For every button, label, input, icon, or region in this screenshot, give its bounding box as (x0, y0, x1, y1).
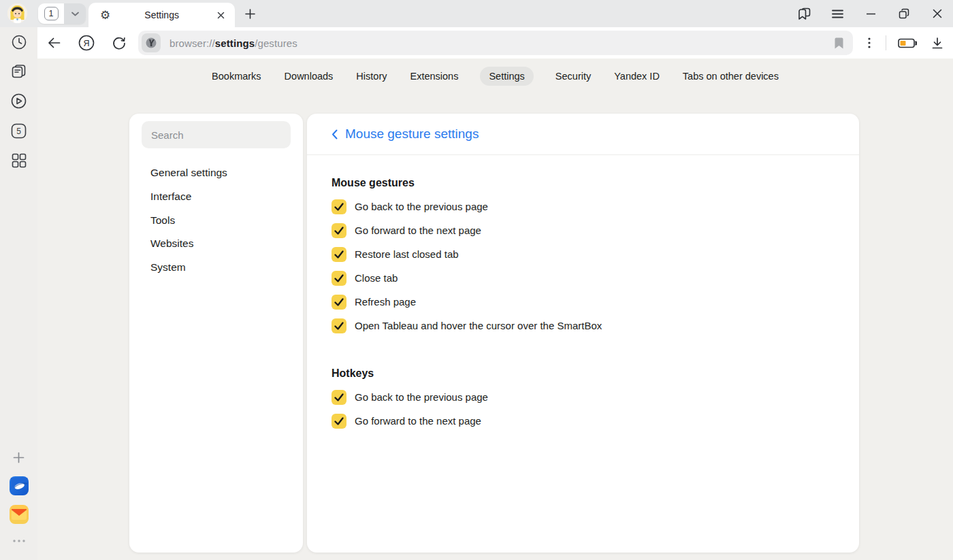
close-icon (933, 9, 942, 18)
gesture-option-restore-tab[interactable]: Restore last closed tab (332, 242, 835, 266)
svg-text:Я: Я (83, 39, 89, 48)
section-gap (332, 337, 835, 361)
tab-count-pill[interactable]: 1 (38, 3, 86, 24)
checkbox-checked[interactable] (332, 247, 346, 262)
search-input[interactable] (142, 121, 291, 148)
hotkey-option-go-forward[interactable]: Go forward to the next page (332, 409, 835, 433)
new-tab-button[interactable] (242, 6, 257, 21)
option-label: Go back to the previous page (355, 391, 488, 403)
gesture-option-open-tableau[interactable]: Open Tableau and hover the cursor over t… (332, 314, 835, 337)
nav-yandex-id[interactable]: Yandex ID (613, 67, 661, 86)
option-label: Go forward to the next page (355, 225, 481, 236)
checkbox-checked[interactable] (332, 199, 346, 214)
page-title: Mouse gesture settings (345, 127, 479, 142)
history-button[interactable] (7, 30, 31, 54)
ellipsis-icon (13, 540, 25, 542)
address-bar[interactable]: browser://settings/gestures (138, 31, 853, 55)
browser-tab-settings[interactable]: ⚙ Settings (88, 3, 235, 27)
bookmark-page-button[interactable] (835, 37, 843, 49)
nav-tabs-other-devices[interactable]: Tabs on other devices (681, 67, 780, 86)
tab-count[interactable]: 1 (38, 3, 64, 24)
sidebar-item-interface[interactable]: Interface (129, 185, 303, 209)
yandex-mail-icon (10, 505, 29, 524)
clock-icon (12, 35, 27, 50)
gesture-option-go-back[interactable]: Go back to the previous page (332, 195, 835, 218)
plus-icon (245, 9, 255, 19)
rail-more-button[interactable] (7, 529, 31, 553)
option-label: Refresh page (355, 296, 416, 308)
sidebar-item-tools[interactable]: Tools (129, 208, 303, 232)
option-label: Open Tableau and hover the cursor over t… (355, 320, 602, 331)
nav-bookmarks[interactable]: Bookmarks (210, 67, 263, 86)
hotkey-option-go-back[interactable]: Go back to the previous page (332, 385, 835, 409)
add-panel-button[interactable] (7, 445, 31, 470)
bookmarks-panel-button[interactable] (796, 6, 811, 21)
option-label: Close tab (355, 272, 398, 284)
rail-bottom-icons (0, 445, 37, 553)
tableau-button[interactable]: 5 (7, 118, 31, 143)
avatar-girl-icon (7, 3, 27, 23)
reload-icon (112, 36, 126, 50)
bookmarks-panel-icon (798, 7, 811, 20)
nav-extensions[interactable]: Extensions (408, 67, 459, 86)
tab-list-dropdown[interactable] (64, 3, 86, 24)
settings-nav: Bookmarks Downloads History Extensions S… (37, 67, 953, 86)
checkbox-checked[interactable] (332, 295, 346, 310)
nav-history[interactable]: History (355, 67, 388, 86)
yandex-mail-button[interactable] (7, 502, 31, 527)
downloads-button[interactable] (926, 31, 949, 54)
checkbox-checked[interactable] (332, 414, 346, 429)
reload-button[interactable] (108, 31, 131, 54)
nav-downloads[interactable]: Downloads (283, 67, 335, 86)
url-text[interactable]: browser://settings/gestures (169, 37, 835, 49)
nav-security[interactable]: Security (554, 67, 592, 86)
gesture-option-refresh-page[interactable]: Refresh page (332, 290, 835, 314)
sidebar-item-general-settings[interactable]: General settings (129, 161, 303, 185)
video-button[interactable] (7, 88, 31, 113)
close-window-button[interactable] (930, 6, 945, 21)
back-arrow-icon (48, 37, 61, 48)
hamburger-menu-icon (832, 10, 843, 18)
feed-icon (11, 64, 27, 79)
sidebar-item-system[interactable]: System (129, 256, 303, 280)
settings-page: Bookmarks Downloads History Extensions S… (37, 59, 953, 560)
profile-avatar[interactable] (7, 3, 27, 23)
checkbox-checked[interactable] (332, 271, 346, 286)
battery-saver-button[interactable] (892, 31, 922, 54)
checkbox-checked[interactable] (332, 223, 346, 238)
url-host: settings (215, 37, 255, 49)
gesture-option-go-forward[interactable]: Go forward to the next page (332, 218, 835, 242)
yandex-disk-button[interactable] (7, 474, 31, 498)
checkbox-checked[interactable] (332, 318, 346, 333)
sidebar-item-websites[interactable]: Websites (129, 232, 303, 256)
back-button[interactable] (42, 31, 65, 54)
grid-icon (12, 153, 27, 168)
checkmark-icon (332, 390, 346, 405)
tab-group-count-icon: 5 (11, 123, 27, 139)
browser-menu-button[interactable] (830, 6, 845, 21)
restore-button[interactable] (897, 6, 911, 21)
window-controls (796, 0, 945, 27)
yandex-ya-icon: Я (78, 35, 95, 51)
chevron-left-icon (332, 129, 338, 139)
services-button[interactable] (7, 148, 31, 173)
option-label: Go forward to the next page (355, 415, 481, 427)
yandex-home-button[interactable]: Я (75, 31, 98, 54)
url-path: /gestures (255, 37, 297, 49)
bookmark-flag-icon (835, 37, 843, 49)
checkmark-icon (332, 318, 346, 333)
close-icon (217, 12, 225, 19)
feed-button[interactable] (7, 59, 31, 84)
address-bar-menu-button[interactable] (858, 31, 881, 54)
back-to-settings-button[interactable] (332, 129, 338, 139)
minimize-button[interactable] (863, 6, 878, 21)
gesture-option-close-tab[interactable]: Close tab (332, 266, 835, 290)
nav-settings[interactable]: Settings (480, 67, 533, 86)
section-heading-mouse-gestures: Mouse gestures (332, 171, 835, 195)
restore-window-icon (899, 8, 909, 19)
checkbox-checked[interactable] (332, 390, 346, 405)
yandex-disk-icon (10, 476, 29, 495)
tab-close-button[interactable] (213, 7, 228, 22)
rail-top-icons: 5 (0, 27, 37, 173)
site-favicon[interactable] (142, 33, 161, 52)
